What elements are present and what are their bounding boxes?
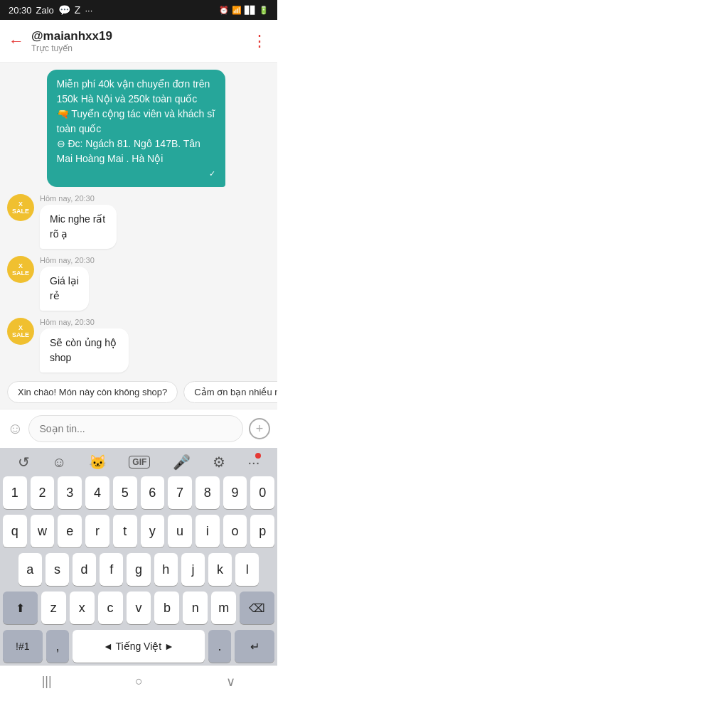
key-s[interactable]: s — [46, 553, 69, 586]
key-6[interactable]: 6 — [141, 476, 165, 509]
bubble-received-3: Sẽ còn ủng hộ shop — [40, 328, 129, 373]
key-v[interactable]: v — [127, 592, 151, 624]
battery-icon: 🔋 — [259, 6, 269, 15]
more-options-button[interactable]: ⋮ — [252, 32, 269, 50]
gif-button[interactable]: GIF — [129, 456, 150, 469]
key-p[interactable]: p — [250, 515, 274, 547]
key-u[interactable]: u — [168, 515, 192, 547]
key-z[interactable]: z — [41, 592, 66, 624]
key-b[interactable]: b — [154, 592, 179, 624]
more-tools-button[interactable]: ··· — [248, 454, 260, 471]
backspace-key[interactable]: ⌫ — [240, 592, 274, 624]
message-content-3: Hôm nay, 20:30 Sẽ còn ủng hộ shop — [40, 318, 151, 373]
special-chars-key[interactable]: !#1 — [3, 630, 43, 663]
language-key[interactable]: ◄ Tiếng Việt ► — [73, 630, 205, 663]
home-nav-button[interactable]: ○ — [135, 674, 143, 689]
message-input[interactable] — [28, 415, 243, 442]
alarm-icon: ⏰ — [219, 6, 229, 15]
key-i[interactable]: i — [196, 515, 220, 547]
key-2[interactable]: 2 — [31, 476, 55, 509]
avatar-2: XSALE — [7, 256, 34, 283]
back-nav-button[interactable]: ||| — [42, 674, 52, 689]
key-8[interactable]: 8 — [196, 476, 220, 509]
contact-name: @maianhxx19 — [31, 29, 252, 43]
message-content-1: Hôm nay, 20:30 Mic nghe rất rõ ạ — [40, 194, 136, 249]
header: ← @maianhxx19 Trực tuyến ⋮ — [0, 20, 277, 63]
message-time-3: Hôm nay, 20:30 — [40, 318, 151, 326]
key-n[interactable]: n — [183, 592, 208, 624]
received-message-3: XSALE Hôm nay, 20:30 Sẽ còn ủng hộ shop — [7, 318, 270, 373]
sticker-icon[interactable]: 🐱 — [89, 454, 107, 471]
keyboard-row-q: q w e r t y u i o p — [3, 515, 274, 547]
keyboard-toolbar: ↺ ☺ 🐱 GIF 🎤 ⚙ ··· — [0, 448, 277, 476]
key-f[interactable]: f — [100, 553, 123, 586]
status-apps: Zalo — [36, 5, 54, 16]
status-bar-right: ⏰ 📶 ▊▊ 🔋 — [219, 6, 269, 15]
quick-replies: Xin chào! Món này còn không shop? Cảm ơn… — [0, 375, 277, 409]
add-attachment-button[interactable]: + — [249, 418, 270, 439]
key-l[interactable]: l — [235, 553, 259, 586]
key-q[interactable]: q — [3, 515, 27, 547]
key-d[interactable]: d — [73, 553, 96, 586]
sent-bubble: Miễn phí 40k vận chuyển đơn trên 150k Hà… — [47, 70, 226, 187]
status-time: 20:30 — [9, 5, 32, 16]
emoji-toolbar-icon[interactable]: ☺ — [52, 454, 66, 471]
quick-reply-2[interactable]: Cảm ơn bạn nhiều nhé! — [183, 381, 277, 403]
period-key[interactable]: . — [208, 630, 231, 663]
key-4[interactable]: 4 — [85, 476, 109, 509]
key-t[interactable]: t — [113, 515, 137, 547]
key-0[interactable]: 0 — [250, 476, 274, 509]
recents-nav-button[interactable]: ∨ — [226, 674, 235, 690]
key-k[interactable]: k — [208, 553, 232, 586]
key-x[interactable]: x — [70, 592, 95, 624]
keyboard: 1 2 3 4 5 6 7 8 9 0 q w e r t y u i o p … — [0, 476, 277, 665]
keyboard-row-a: a s d f g h j k l — [3, 553, 274, 586]
message-time-1: Hôm nay, 20:30 — [40, 194, 136, 203]
key-m[interactable]: m — [211, 592, 236, 624]
message-check: ✓ — [57, 168, 216, 180]
key-r[interactable]: r — [85, 515, 109, 547]
avatar-3: XSALE — [7, 318, 34, 345]
key-c[interactable]: c — [98, 592, 123, 624]
message-content-2: Hôm nay, 20:30 Giá lại rẻ — [40, 256, 101, 311]
zalo2-icon: Z — [75, 4, 81, 16]
signal-icon: ▊▊ — [245, 6, 256, 15]
settings-icon[interactable]: ⚙ — [213, 454, 225, 471]
key-j[interactable]: j — [181, 553, 205, 586]
mic-icon[interactable]: 🎤 — [173, 454, 191, 471]
message-time-2: Hôm nay, 20:30 — [40, 256, 101, 264]
key-w[interactable]: w — [31, 515, 55, 547]
keyboard-row-bottom: !#1 , ◄ Tiếng Việt ► . ↵ — [3, 630, 274, 663]
received-message-2: XSALE Hôm nay, 20:30 Giá lại rẻ — [7, 256, 270, 311]
shift-key[interactable]: ⬆ — [3, 592, 38, 624]
keyboard-row-numbers: 1 2 3 4 5 6 7 8 9 0 — [3, 476, 274, 509]
quick-reply-1[interactable]: Xin chào! Món này còn không shop? — [7, 381, 178, 403]
key-e[interactable]: e — [58, 515, 82, 547]
key-g[interactable]: g — [127, 553, 150, 586]
refresh-icon[interactable]: ↺ — [18, 454, 30, 471]
header-info: @maianhxx19 Trực tuyến — [31, 29, 252, 53]
key-o[interactable]: o — [223, 515, 247, 547]
key-1[interactable]: 1 — [3, 476, 27, 509]
notification-dot — [255, 453, 261, 459]
emoji-button[interactable]: ☺ — [7, 419, 23, 438]
key-y[interactable]: y — [141, 515, 165, 547]
key-7[interactable]: 7 — [168, 476, 192, 509]
key-a[interactable]: a — [18, 553, 42, 586]
key-9[interactable]: 9 — [223, 476, 247, 509]
messenger-icon: 💬 — [58, 4, 70, 16]
avatar-1: XSALE — [7, 194, 34, 221]
key-3[interactable]: 3 — [58, 476, 82, 509]
key-5[interactable]: 5 — [113, 476, 137, 509]
comma-key[interactable]: , — [46, 630, 69, 663]
received-message-1: XSALE Hôm nay, 20:30 Mic nghe rất rõ ạ — [7, 194, 270, 249]
key-h[interactable]: h — [154, 553, 178, 586]
input-bar: ☺ + — [0, 409, 277, 448]
status-more: ··· — [85, 5, 92, 16]
contact-status: Trực tuyến — [31, 43, 252, 53]
sent-message: Miễn phí 40k vận chuyển đơn trên 150k Hà… — [47, 70, 271, 187]
back-button[interactable]: ← — [9, 32, 24, 50]
wifi-icon: 📶 — [232, 6, 242, 15]
enter-key[interactable]: ↵ — [235, 630, 274, 663]
status-bar-left: 20:30 Zalo 💬 Z ··· — [9, 4, 92, 16]
